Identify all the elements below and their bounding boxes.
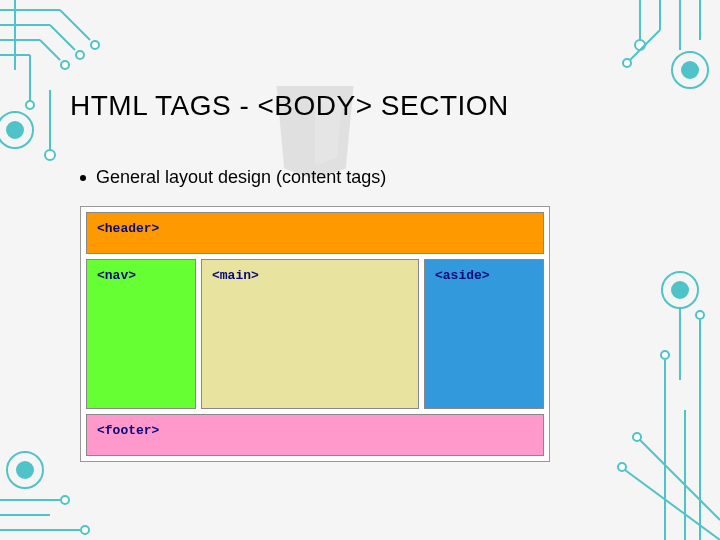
- aside-tag-box: <aside>: [424, 259, 544, 409]
- middle-row: <nav> <main> <aside>: [86, 259, 544, 409]
- bullet-text: General layout design (content tags): [96, 167, 386, 188]
- svg-point-43: [618, 463, 626, 471]
- nav-tag-box: <nav>: [86, 259, 196, 409]
- html-layout-diagram: <header> <nav> <main> <aside> <footer>: [80, 206, 550, 462]
- svg-point-29: [61, 496, 69, 504]
- bullet-item: General layout design (content tags): [80, 167, 650, 188]
- bullet-dot-icon: [80, 175, 86, 181]
- svg-point-32: [81, 526, 89, 534]
- header-tag-box: <header>: [86, 212, 544, 254]
- svg-line-42: [625, 470, 720, 540]
- main-tag-box: <main>: [201, 259, 419, 409]
- svg-point-27: [17, 462, 33, 478]
- footer-tag-box: <footer>: [86, 414, 544, 456]
- slide-title: HTML TAGS - <BODY> SECTION: [70, 90, 650, 122]
